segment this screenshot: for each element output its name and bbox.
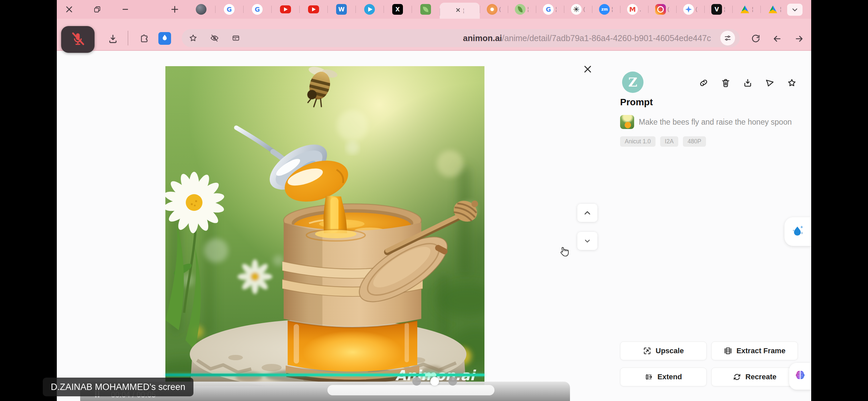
window-minimize-icon[interactable] bbox=[119, 3, 132, 16]
tab-title-fragment: , bbox=[640, 6, 641, 12]
google-favicon bbox=[252, 4, 262, 15]
tab-title-fragment: ¦ bbox=[612, 6, 613, 12]
previous-video-button[interactable] bbox=[577, 204, 597, 222]
new-tab-button[interactable] bbox=[168, 3, 181, 16]
water-drop-icon bbox=[161, 34, 169, 43]
bookmark-star-icon[interactable] bbox=[187, 32, 199, 44]
browser-tab[interactable]: ¦ bbox=[732, 0, 761, 19]
recreate-button[interactable]: Recreate bbox=[711, 368, 798, 386]
site-settings-button[interactable] bbox=[720, 31, 735, 45]
reload-button[interactable] bbox=[749, 32, 763, 45]
panel-action-bar bbox=[697, 76, 799, 90]
url-path: /anime/detail/7adb79a1-86a4-4260-b901-46… bbox=[502, 33, 711, 43]
youtube-favicon bbox=[308, 5, 319, 13]
video-progress-bar[interactable] bbox=[165, 374, 485, 376]
browser-tab[interactable]: ¦ bbox=[536, 0, 564, 19]
window-restore-icon[interactable] bbox=[91, 3, 103, 16]
tab-title-fragment: ¦ bbox=[724, 6, 725, 12]
browser-tab[interactable]: ( bbox=[480, 0, 508, 19]
browser-tab[interactable]: ( bbox=[648, 0, 676, 19]
active-tab[interactable]: ¦ bbox=[440, 3, 480, 19]
action-button-grid: UpscaleExtract FrameExtendRecreate bbox=[620, 341, 798, 386]
button-label: Upscale bbox=[655, 346, 684, 355]
browser-tab[interactable]: ¦ bbox=[508, 0, 536, 19]
browser-tab[interactable]: , bbox=[620, 0, 648, 19]
browser-toolbar: animon.ai/anime/detail/7adb79a1-86a4-426… bbox=[57, 19, 811, 51]
browser-tab[interactable]: ( bbox=[676, 0, 704, 19]
browser-tab[interactable]: ¦ bbox=[592, 0, 620, 19]
seek-bar[interactable] bbox=[328, 385, 494, 395]
browser-tab[interactable]: ( bbox=[564, 0, 592, 19]
trash-button[interactable] bbox=[719, 76, 732, 90]
link-button[interactable] bbox=[697, 76, 710, 90]
tab-close-icon[interactable] bbox=[455, 7, 461, 14]
browser-tab[interactable] bbox=[355, 0, 383, 19]
brain-widget[interactable] bbox=[789, 363, 811, 390]
telegram-favicon bbox=[364, 4, 375, 15]
x-social-favicon bbox=[392, 4, 403, 15]
browser-tab[interactable] bbox=[243, 0, 271, 19]
tab-overflow-button[interactable] bbox=[787, 4, 803, 16]
upscale-button[interactable]: Upscale bbox=[620, 341, 707, 360]
prompt-thumbnail[interactable] bbox=[620, 115, 634, 129]
recreate-icon bbox=[733, 373, 741, 381]
brain-icon bbox=[793, 369, 807, 384]
tab-title-fragment: ( bbox=[499, 6, 501, 12]
tab-title-fragment: ¦ bbox=[752, 6, 753, 12]
save-card-icon[interactable] bbox=[229, 32, 242, 44]
viewer-close-button[interactable] bbox=[580, 61, 595, 77]
browser-window: ¦(¦¦(¦,((¦¦¦ animon.ai/anime/detail/7adb… bbox=[57, 0, 811, 401]
google-favicon bbox=[224, 4, 235, 15]
youtube-favicon bbox=[280, 5, 291, 13]
tag-row: Anicut 1.0I2A480P bbox=[620, 136, 706, 147]
carousel-dot[interactable] bbox=[448, 377, 457, 385]
leaf-green-favicon bbox=[420, 4, 431, 15]
water-drop-sparkle-icon bbox=[790, 223, 806, 240]
privacy-eye-icon[interactable] bbox=[208, 32, 221, 44]
browser-tab[interactable]: ¦ bbox=[704, 0, 732, 19]
browser-tab[interactable] bbox=[328, 0, 355, 19]
drive-favicon bbox=[768, 4, 778, 15]
tab-title-fragment: ( bbox=[695, 6, 697, 12]
chatgpt-favicon bbox=[571, 4, 582, 15]
downloads-button[interactable] bbox=[106, 32, 120, 45]
browser-tab[interactable] bbox=[412, 0, 440, 19]
extract-frame-icon bbox=[724, 346, 732, 355]
browser-tab[interactable] bbox=[187, 0, 215, 19]
video-frame[interactable]: Animon.ai bbox=[165, 66, 485, 386]
address-bar[interactable]: animon.ai/anime/detail/7adb79a1-86a4-426… bbox=[182, 29, 740, 47]
honey-scene-illustration: Animon.ai bbox=[165, 66, 485, 386]
v-app-favicon bbox=[711, 4, 722, 15]
browser-tab[interactable] bbox=[299, 0, 328, 19]
avatar[interactable]: Z bbox=[622, 71, 644, 93]
button-label: Extend bbox=[657, 373, 682, 381]
star-button[interactable] bbox=[785, 76, 799, 90]
extract-frame-button[interactable]: Extract Frame bbox=[711, 341, 798, 360]
carousel-dot-active[interactable] bbox=[430, 377, 439, 385]
button-label: Extract Frame bbox=[736, 346, 785, 355]
progress-playhead[interactable] bbox=[425, 374, 436, 376]
window-controls bbox=[57, 0, 132, 19]
window-close-icon[interactable] bbox=[63, 3, 75, 16]
browser-tab[interactable]: ¦ bbox=[761, 0, 788, 19]
pinned-extension-button[interactable] bbox=[158, 32, 171, 45]
tab-title-fragment: ¦ bbox=[780, 6, 781, 12]
gmail-favicon bbox=[627, 4, 638, 15]
tag-badge: 480P bbox=[683, 136, 706, 147]
mic-muted-icon bbox=[70, 31, 85, 48]
mic-muted-badge[interactable] bbox=[61, 26, 95, 53]
next-video-button[interactable] bbox=[577, 232, 597, 250]
word-favicon bbox=[336, 4, 347, 15]
water-drop-widget[interactable] bbox=[784, 217, 811, 246]
download-box-button[interactable] bbox=[741, 76, 754, 90]
browser-tab[interactable] bbox=[215, 0, 243, 19]
extend-button[interactable]: Extend bbox=[620, 368, 707, 386]
extensions-button[interactable] bbox=[138, 32, 151, 45]
browser-tab[interactable] bbox=[383, 0, 412, 19]
forward-button[interactable] bbox=[793, 32, 806, 45]
carousel-dot[interactable] bbox=[412, 377, 421, 385]
gemini-spark-favicon bbox=[683, 4, 694, 15]
send-button[interactable] bbox=[763, 76, 776, 90]
browser-tab[interactable] bbox=[271, 0, 299, 19]
back-button[interactable] bbox=[770, 32, 784, 45]
